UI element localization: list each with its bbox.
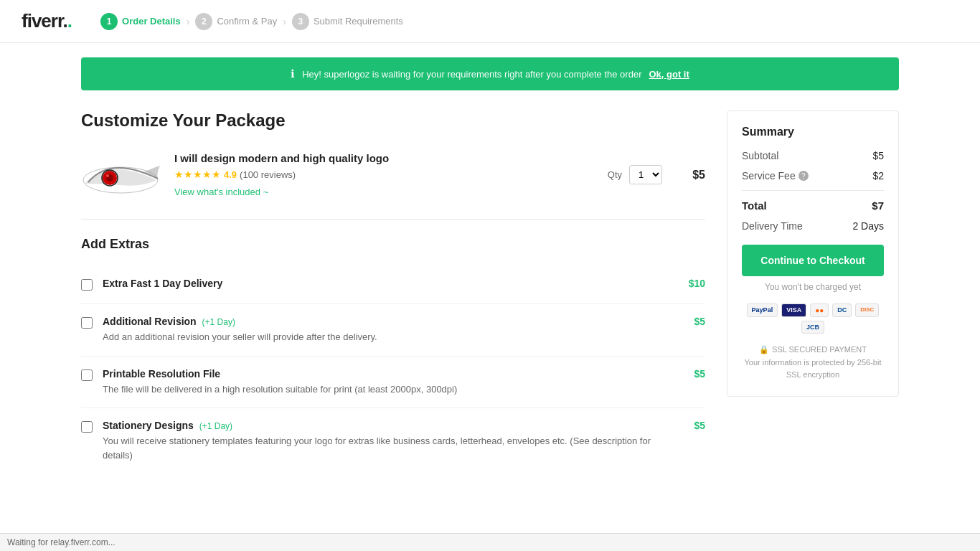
extra-price-2: $5: [677, 368, 705, 380]
fee-label: Service Fee: [742, 170, 796, 182]
payment-icon-diners: DC: [832, 303, 852, 317]
ssl-info: 🔒 SSL SECURED PAYMENT Your information i…: [742, 344, 884, 382]
arrow-2: ›: [283, 16, 286, 27]
extra-price-0: $10: [677, 278, 705, 289]
service-fee-info-icon[interactable]: ?: [798, 171, 809, 181]
ssl-line1: 🔒 SSL SECURED PAYMENT: [742, 344, 884, 357]
product-rating-row: ★★★★★ 4.9 (100 reviews): [174, 169, 593, 180]
extra-name-1: Additional Revision (+1 Day): [103, 316, 666, 327]
step-2-label: Confirm & Pay: [217, 16, 277, 27]
lock-icon: 🔒: [759, 344, 769, 357]
payment-icons-row: PayPal VISA ●● DC DISC JCB: [742, 303, 884, 334]
page-title: Customize Your Package: [81, 110, 705, 131]
extra-checkbox-0[interactable]: [81, 279, 93, 291]
review-count: (100 reviews): [240, 169, 296, 180]
extra-details-0: Extra Fast 1 Day Delivery: [103, 278, 666, 292]
extra-item-1: Additional Revision (+1 Day) Add an addi…: [81, 304, 705, 357]
banner-info-icon: ℹ: [291, 67, 295, 80]
extra-item-2: Printable Resolution File The file will …: [81, 357, 705, 409]
payment-icon-visa: VISA: [781, 303, 806, 317]
step-1[interactable]: 1 Order Details: [100, 13, 181, 30]
fee-value: $2: [872, 170, 884, 182]
extra-price-1: $5: [677, 316, 705, 327]
summary-divider: [742, 190, 884, 191]
payment-icon-mc: ●●: [810, 303, 829, 317]
steps-nav: 1 Order Details › 2 Confirm & Pay › 3 Su…: [100, 13, 403, 30]
step-1-label: Order Details: [122, 16, 181, 27]
summary-box: Summary Subtotal $5 Service Fee ? $2: [727, 110, 899, 397]
no-charge-text: You won't be charged yet: [742, 282, 884, 292]
fee-label-container: Service Fee ?: [742, 170, 809, 182]
extra-name-3: Stationery Designs (+1 Day): [103, 420, 666, 431]
product-title: I will design modern and high quality lo…: [174, 152, 593, 164]
qty-select[interactable]: 1 2 3: [629, 165, 662, 184]
product-image: [81, 148, 160, 202]
summary-delivery-row: Delivery Time 2 Days: [742, 220, 884, 232]
extra-details-1: Additional Revision (+1 Day) Add an addi…: [103, 316, 666, 344]
arrow-1: ›: [187, 16, 190, 27]
extra-name-2: Printable Resolution File: [103, 368, 666, 380]
product-info: I will design modern and high quality lo…: [174, 152, 593, 197]
extra-item-3: Stationery Designs (+1 Day) You will rec…: [81, 408, 705, 474]
extra-checkbox-3[interactable]: [81, 421, 93, 433]
product-price: $5: [677, 169, 705, 182]
extra-badge-1: (+1 Day): [202, 317, 235, 327]
banner-link[interactable]: Ok, got it: [649, 69, 689, 80]
extra-price-3: $5: [677, 420, 705, 431]
extra-name-0: Extra Fast 1 Day Delivery: [103, 278, 666, 289]
ssl-line2: Your information is protected by 256-bit…: [742, 357, 884, 382]
summary-total-row: Total $7: [742, 199, 884, 212]
svg-point-3: [106, 174, 109, 177]
total-label: Total: [742, 199, 767, 212]
view-included-link[interactable]: View what's included ~: [174, 187, 268, 197]
step-3[interactable]: 3 Submit Requirements: [292, 13, 403, 30]
payment-icon-paypal: PayPal: [747, 303, 778, 317]
summary-sidebar: Summary Subtotal $5 Service Fee ? $2: [727, 110, 899, 474]
payment-icon-discover: DISC: [855, 303, 879, 317]
step-3-label: Submit Requirements: [314, 16, 403, 27]
extra-desc-1: Add an additional revision your seller w…: [103, 330, 666, 344]
stars-icon: ★★★★★: [174, 169, 221, 180]
step-2[interactable]: 2 Confirm & Pay: [195, 13, 277, 30]
extra-item-0: Extra Fast 1 Day Delivery $10: [81, 266, 705, 304]
product-row: I will design modern and high quality lo…: [81, 148, 705, 220]
rating-value: 4.9: [224, 169, 237, 180]
extras-title: Add Extras: [81, 237, 705, 252]
summary-fee-row: Service Fee ? $2: [742, 170, 884, 182]
notification-banner: ℹ Hey! superlogoz is waiting for your re…: [81, 57, 899, 90]
payment-icon-jcb: JCB: [801, 321, 824, 334]
delivery-label: Delivery Time: [742, 220, 803, 232]
qty-section: Qty 1 2 3: [608, 165, 662, 184]
subtotal-value: $5: [872, 150, 884, 161]
extra-checkbox-2[interactable]: [81, 369, 93, 381]
logo[interactable]: fiverr..: [22, 10, 72, 32]
extra-badge-3: (+1 Day): [199, 421, 232, 431]
subtotal-label: Subtotal: [742, 150, 778, 161]
header: fiverr.. 1 Order Details › 2 Confirm & P…: [0, 0, 980, 43]
summary-title: Summary: [742, 126, 884, 138]
total-value: $7: [872, 199, 884, 212]
step-1-circle: 1: [100, 13, 118, 30]
extras-section: Add Extras Extra Fast 1 Day Delivery $10: [81, 237, 705, 474]
banner-message: Hey! superlogoz is waiting for your requ…: [302, 69, 641, 80]
step-2-circle: 2: [195, 13, 212, 30]
delivery-value: 2 Days: [852, 220, 884, 232]
extra-details-2: Printable Resolution File The file will …: [103, 368, 666, 397]
step-3-circle: 3: [292, 13, 309, 30]
extra-desc-2: The file will be delivered in a high res…: [103, 382, 666, 397]
qty-label: Qty: [608, 169, 622, 180]
extra-details-3: Stationery Designs (+1 Day) You will rec…: [103, 420, 666, 462]
extra-desc-3: You will receive stationery templates fe…: [103, 434, 666, 462]
extra-checkbox-1[interactable]: [81, 317, 93, 329]
checkout-button[interactable]: Continue to Checkout: [742, 245, 884, 276]
summary-subtotal-row: Subtotal $5: [742, 150, 884, 161]
